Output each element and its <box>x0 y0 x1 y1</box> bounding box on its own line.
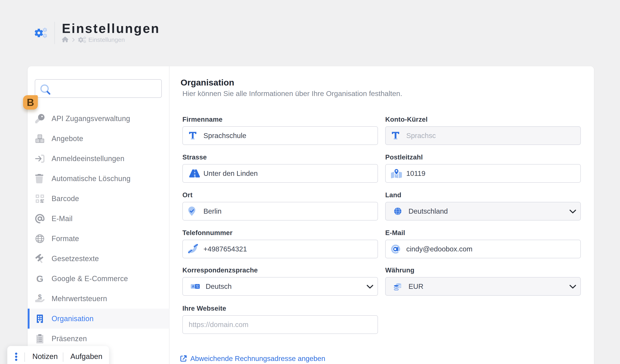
svg-text:G: G <box>36 274 44 283</box>
svg-text:A: A <box>192 285 194 288</box>
